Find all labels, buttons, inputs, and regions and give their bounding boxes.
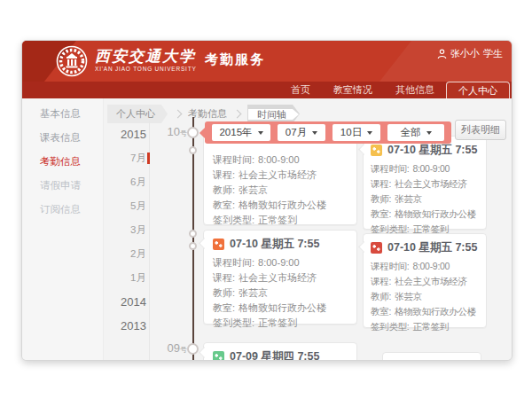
card-title: 07-10 星期五 7:55	[387, 240, 477, 255]
sidebar-item-attendance[interactable]: 考勤信息	[22, 150, 103, 174]
breadcrumb-personal-center[interactable]: 个人中心	[107, 105, 168, 123]
card-field-row: 教室:格物致知行政办公楼	[213, 198, 348, 213]
timeline-node	[187, 343, 199, 355]
card-field-row: 教师:张芸京	[371, 289, 479, 304]
caret-down-icon	[258, 131, 263, 135]
card-field-label: 教师:	[371, 193, 391, 204]
nav-item-classrooms[interactable]: 教室情况	[322, 82, 384, 98]
filter-bar: 2015年 07月 10日 全部	[205, 121, 451, 144]
month-select[interactable]: 07月	[278, 124, 325, 141]
content-area: 基本信息 课表信息 考勤信息 请假申请 订阅信息 个人中心 考勤信息 时间轴 2…	[22, 98, 512, 360]
university-name-en: XI'AN JIAO TONG UNIVERSITY	[95, 66, 197, 73]
app-window: 西安交通大学 XI'AN JIAO TONG UNIVERSITY 考勤服务 张…	[21, 40, 512, 361]
card-field-value: 正常签到	[258, 215, 297, 225]
card-field-value: 8:00-9:00	[412, 261, 450, 271]
app-title: 考勤服务	[205, 51, 265, 68]
attendance-card: 07-09 星期四 7:55	[203, 342, 357, 361]
app-header: 西安交通大学 XI'AN JIAO TONG UNIVERSITY 考勤服务 张…	[22, 41, 512, 82]
card-title: 07-10 星期五 7:55	[387, 143, 477, 158]
user-name: 张小小	[450, 47, 480, 60]
university-logo-icon	[56, 45, 88, 77]
card-field-value: 社会主义市场经济	[239, 272, 317, 283]
card-field-label: 课程:	[371, 276, 391, 286]
timeline-axis: 2015 7月 6月 5月 3月 2月 1月 2014 2013	[106, 122, 146, 338]
card-field-label: 课程:	[213, 169, 235, 180]
axis-month-jan[interactable]: 1月	[106, 266, 146, 290]
card-field-row: 课程:社会主义市场经济	[371, 274, 479, 289]
filter-bar-arrow	[200, 126, 212, 138]
attendance-card: 07-10 星期五 7:55 课程时间:8:00-9:00课程:社会主义市场经济…	[363, 233, 487, 328]
active-month-marker	[147, 153, 150, 164]
card-field-value: 正常签到	[412, 223, 449, 234]
axis-month-jul[interactable]: 7月	[106, 146, 146, 170]
axis-year-2014[interactable]: 2014	[106, 290, 146, 314]
card-field-label: 教室:	[213, 302, 235, 313]
card-field-label: 签到类型:	[213, 317, 254, 328]
card-field-value: 格物致知行政办公楼	[239, 302, 326, 313]
chevron-right-icon	[174, 110, 183, 119]
card-header: 07-10 星期五 7:55	[204, 231, 356, 254]
card-header: 07-09 星期四 7:55	[204, 343, 356, 361]
card-field-row: 签到类型:正常签到	[371, 319, 479, 334]
card-field-row: 课程:社会主义市场经济	[213, 168, 348, 183]
axis-month-feb[interactable]: 2月	[106, 242, 146, 266]
attendance-type-icon	[213, 239, 224, 250]
card-field-label: 课程时间:	[371, 261, 409, 271]
nav-item-other-info[interactable]: 其他信息	[384, 82, 446, 98]
attendance-type-icon	[371, 145, 382, 156]
sidebar: 基本信息 课表信息 考勤信息 请假申请 订阅信息	[22, 98, 104, 360]
card-field-value: 张芸京	[239, 184, 268, 195]
breadcrumb-timeline-active[interactable]: 时间轴	[247, 105, 300, 123]
sidebar-item-subscription[interactable]: 订阅信息	[22, 198, 103, 222]
nav-item-personal-center[interactable]: 个人中心	[446, 82, 510, 98]
card-title: 07-10 星期五 7:55	[230, 237, 319, 252]
year-select[interactable]: 2015年	[212, 124, 270, 141]
axis-month-may[interactable]: 5月	[106, 194, 146, 218]
card-field-label: 教室:	[213, 200, 235, 210]
card-field-label: 课程:	[371, 178, 391, 189]
sidebar-item-basic-info[interactable]: 基本信息	[22, 102, 103, 126]
attendance-type-icon	[371, 242, 382, 254]
sidebar-item-timetable[interactable]: 课表信息	[22, 126, 103, 150]
card-field-label: 教室:	[371, 208, 391, 219]
card-field-row: 教室:格物致知行政办公楼	[213, 301, 348, 316]
timeline-node	[187, 127, 199, 138]
card-field-label: 教师:	[213, 287, 235, 298]
caret-down-icon	[367, 131, 372, 135]
axis-year-2015[interactable]: 2015	[106, 122, 146, 146]
card-field-label: 课程时间:	[371, 163, 409, 174]
card-field-row: 签到类型:正常签到	[213, 316, 348, 331]
list-detail-button[interactable]: 列表明细	[455, 120, 506, 140]
axis-year-2013[interactable]: 2013	[106, 314, 146, 338]
card-field-row: 课程时间:8:00-9:00	[213, 153, 348, 168]
card-field-label: 课程时间:	[213, 154, 254, 165]
attendance-type-icon	[213, 351, 224, 361]
axis-month-jun[interactable]: 6月	[106, 170, 146, 194]
card-body: 课程时间:8:00-9:00课程:社会主义市场经济教师:张芸京教室:格物致知行政…	[204, 254, 356, 332]
card-body: 课程时间:8:00-9:00课程:社会主义市场经济教师:张芸京教室:格物致知行政…	[364, 160, 486, 239]
card-field-row: 教室:格物致知行政办公楼	[371, 304, 479, 319]
card-field-label: 课程时间:	[213, 257, 254, 268]
card-field-label: 课程:	[213, 272, 235, 283]
card-field-label: 教室:	[371, 306, 391, 317]
scope-select[interactable]: 全部	[387, 124, 444, 141]
sidebar-item-leave-request[interactable]: 请假申请	[22, 174, 103, 198]
nav-item-home[interactable]: 首页	[279, 82, 322, 98]
card-field-row: 课程时间:8:00-9:00	[371, 161, 479, 176]
card-field-row: 签到类型:正常签到	[213, 213, 348, 228]
university-wordmark: 西安交通大学 XI'AN JIAO TONG UNIVERSITY	[95, 46, 197, 73]
card-field-value: 8:00-9:00	[412, 163, 450, 174]
card-field-row: 教师:张芸京	[213, 183, 348, 198]
attendance-card: 课程时间:8:00-9:00课程:社会主义市场经济教师:张芸京教室:格物致知行政…	[203, 132, 357, 225]
caret-down-icon	[312, 131, 317, 135]
card-field-row: 签到类型:正常签到	[371, 222, 479, 237]
user-info[interactable]: 张小小 学生	[437, 47, 503, 60]
card-field-row: 课程时间:8:00-9:00	[371, 259, 479, 274]
main-nav: 首页 教室情况 其他信息 个人中心	[22, 82, 512, 98]
card-field-value: 正常签到	[258, 317, 297, 328]
card-field-value: 8:00-9:00	[258, 154, 299, 165]
user-icon	[437, 49, 447, 59]
card-field-value: 张芸京	[395, 291, 422, 301]
day-select[interactable]: 10日	[332, 124, 380, 141]
axis-month-mar[interactable]: 3月	[106, 218, 146, 242]
